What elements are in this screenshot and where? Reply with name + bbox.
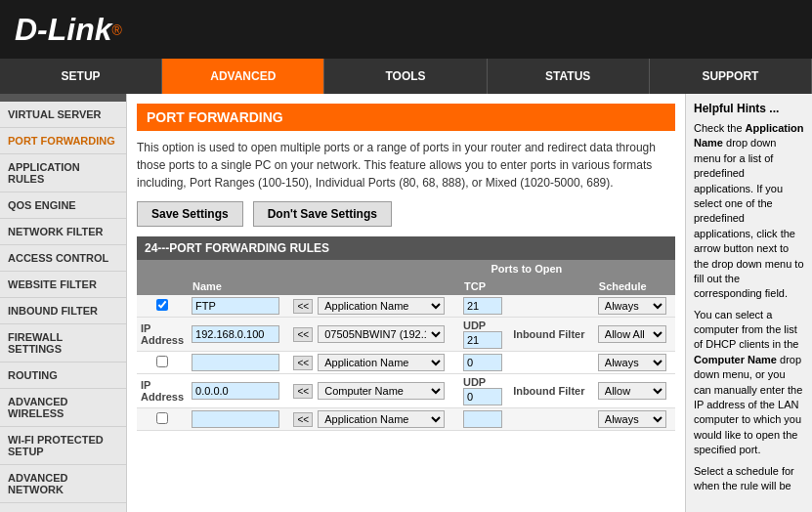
row1-tcp-input[interactable] bbox=[463, 297, 502, 315]
dont-save-settings-button[interactable]: Don't Save Settings bbox=[253, 201, 392, 227]
sidebar-item-advanced-network[interactable]: ADVANCED NETWORK bbox=[0, 465, 126, 503]
row2-computer-select[interactable]: Computer Name bbox=[318, 382, 445, 400]
table-row: IP Address << Computer Name UDP bbox=[137, 374, 675, 408]
nav-advanced[interactable]: ADVANCED bbox=[162, 59, 324, 94]
row3-schedule-select[interactable]: Always bbox=[598, 410, 666, 428]
col-schedule-header bbox=[594, 260, 675, 277]
col-app bbox=[289, 277, 458, 295]
nav-setup[interactable]: SETUP bbox=[0, 59, 162, 94]
sidebar-item-advanced-wireless[interactable]: ADVANCED WIRELESS bbox=[0, 389, 126, 427]
row1-computer-cell: << 07505NBWIN7 (192.168 bbox=[289, 318, 458, 352]
sidebar-item-network-filter[interactable]: NETWORK FILTER bbox=[0, 219, 126, 245]
row2-inbound-label-cell: Inbound Filter bbox=[509, 374, 594, 408]
col-name: Name bbox=[188, 277, 289, 295]
sidebar-item-port-forwarding[interactable]: PORT FORWARDING bbox=[0, 128, 126, 154]
row2-udp-label-cell bbox=[509, 352, 594, 374]
row3-app-cell: << Application Name bbox=[289, 408, 458, 431]
row2-ip-input[interactable] bbox=[192, 382, 279, 400]
col-tcp: TCP bbox=[459, 277, 509, 295]
port-forwarding-rules-table: Ports to Open Name TCP Schedule bbox=[137, 260, 675, 431]
hints-para-2: You can select a computer from the list … bbox=[694, 308, 804, 458]
row1-inbound-cell: Allow All bbox=[594, 318, 675, 352]
row2-inbound-label: Inbound Filter bbox=[513, 385, 584, 397]
row2-ip-label-cell: IP Address bbox=[137, 374, 188, 408]
row1-schedule-cell: Always bbox=[594, 295, 675, 318]
row1-udp-label-cell bbox=[509, 295, 594, 318]
row1-arrow-btn[interactable]: << bbox=[293, 299, 313, 314]
row3-schedule-cell: Always bbox=[594, 408, 675, 431]
row1-app-select[interactable]: Application Name bbox=[318, 297, 445, 315]
row1-name-cell bbox=[188, 295, 289, 318]
content-area: PORT FORWARDING This option is used to o… bbox=[127, 94, 685, 512]
col-schedule: Schedule bbox=[594, 277, 675, 295]
nav-support[interactable]: SUPPORT bbox=[650, 59, 812, 94]
row2-udp-label: UDP bbox=[463, 376, 486, 388]
col-enabled bbox=[137, 277, 188, 295]
nav-status[interactable]: STATUS bbox=[488, 59, 650, 94]
row2-tcp-input[interactable] bbox=[463, 354, 502, 371]
row2-app-select[interactable]: Application Name bbox=[318, 354, 445, 371]
row3-tcp-input[interactable] bbox=[463, 410, 502, 428]
row2-app-cell: << Application Name bbox=[289, 352, 458, 374]
row3-tcp-cell bbox=[459, 408, 509, 431]
row1-schedule-select[interactable]: Always bbox=[598, 297, 666, 315]
row1-udp-input[interactable] bbox=[463, 331, 502, 349]
row1-udp-cell: UDP bbox=[459, 318, 509, 352]
helpful-hints: Helpful Hints ... Check the Application … bbox=[685, 94, 812, 512]
row1-ip-input[interactable] bbox=[192, 325, 279, 343]
row3-name-input[interactable] bbox=[192, 410, 279, 428]
row2-enable-checkbox[interactable] bbox=[156, 356, 168, 367]
row1-tcp-cell bbox=[459, 295, 509, 318]
row3-udp-label-cell bbox=[509, 408, 594, 431]
row3-checkbox-cell bbox=[137, 408, 188, 431]
row2-checkbox-cell bbox=[137, 352, 188, 374]
row1-ip-label-cell: IP Address bbox=[137, 318, 188, 352]
row1-inbound-label-cell: Inbound Filter bbox=[509, 318, 594, 352]
sidebar-item-guest-zone[interactable]: GUEST ZONE bbox=[0, 503, 126, 512]
row3-arrow-btn[interactable]: << bbox=[293, 412, 313, 427]
logo: D-Link® bbox=[15, 12, 122, 48]
row2-inbound-select[interactable]: Allow bbox=[598, 382, 666, 400]
row1-enable-checkbox[interactable] bbox=[156, 299, 168, 311]
row1-inbound-label: Inbound Filter bbox=[513, 328, 584, 340]
sidebar-item-access-control[interactable]: ACCESS CONTROL bbox=[0, 245, 126, 272]
col-ports-header: Ports to Open bbox=[459, 260, 594, 277]
sidebar-item-firewall-settings[interactable]: FIREWALL SETTINGS bbox=[0, 324, 126, 363]
header: D-Link® bbox=[0, 0, 812, 59]
row2-ip-value-cell bbox=[188, 374, 289, 408]
row2-udp-cell: UDP bbox=[459, 374, 509, 408]
sidebar-item-application-rules[interactable]: APPLICATION RULES bbox=[0, 154, 126, 192]
row1-ip-label: IP Address bbox=[141, 322, 184, 346]
row2-computer-cell: << Computer Name bbox=[289, 374, 458, 408]
sidebar-item-qos-engine[interactable]: QOS ENGINE bbox=[0, 192, 126, 219]
sidebar-item-website-filter[interactable]: WEBSITE FILTER bbox=[0, 272, 126, 298]
row2-tcp-cell bbox=[459, 352, 509, 374]
col-appname-header bbox=[289, 260, 458, 277]
save-settings-button[interactable]: Save Settings bbox=[137, 201, 243, 227]
row2-schedule-cell: Always bbox=[594, 352, 675, 374]
sidebar-item-virtual-server[interactable]: VIRTUAL SERVER bbox=[0, 102, 126, 128]
row3-app-select[interactable]: Application Name bbox=[318, 410, 445, 428]
hints-title: Helpful Hints ... bbox=[694, 102, 804, 115]
row1-computer-select[interactable]: 07505NBWIN7 (192.168 bbox=[318, 325, 445, 343]
col-checkbox bbox=[137, 260, 188, 277]
sidebar-item-inbound-filter[interactable]: INBOUND FILTER bbox=[0, 298, 126, 324]
row1-app-cell: << Application Name bbox=[289, 295, 458, 318]
row2-name-input[interactable] bbox=[192, 354, 279, 371]
row2-arrow-btn[interactable]: << bbox=[293, 356, 313, 370]
row1-computer-arrow-btn[interactable]: << bbox=[293, 327, 313, 342]
hints-para-3: Select a schedule for when the rule will… bbox=[694, 464, 804, 494]
row1-checkbox-cell bbox=[137, 295, 188, 318]
sidebar-item-wifi-protected[interactable]: WI-FI PROTECTED SETUP bbox=[0, 427, 126, 465]
row1-inbound-select[interactable]: Allow All bbox=[598, 325, 666, 343]
sidebar-item-routing[interactable]: ROUTING bbox=[0, 363, 126, 389]
hints-para-1: Check the Application Name drop down men… bbox=[694, 121, 804, 302]
page-title: PORT FORWARDING bbox=[137, 104, 675, 131]
row2-computer-arrow-btn[interactable]: << bbox=[293, 384, 313, 399]
row2-udp-input[interactable] bbox=[463, 388, 502, 405]
row1-name-input[interactable] bbox=[192, 297, 279, 315]
row3-enable-checkbox[interactable] bbox=[156, 412, 168, 424]
row1-udp-label: UDP bbox=[463, 320, 486, 331]
row2-schedule-select[interactable]: Always bbox=[598, 354, 666, 371]
nav-tools[interactable]: TOOLS bbox=[324, 59, 487, 94]
